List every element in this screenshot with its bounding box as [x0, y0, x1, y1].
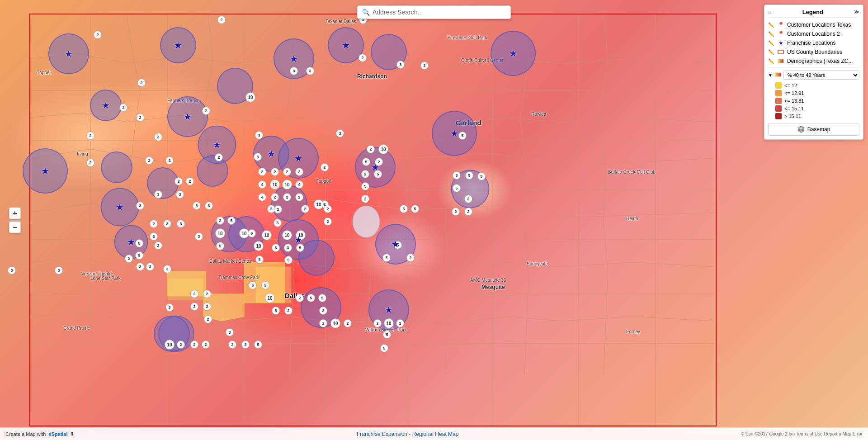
number-badge[interactable]: 2 — [344, 319, 352, 327]
number-badge[interactable]: 5 — [261, 281, 269, 289]
number-badge[interactable]: 5 — [274, 219, 282, 227]
number-badge[interactable]: 2 — [296, 294, 304, 302]
zoom-in-button[interactable]: + — [9, 207, 21, 219]
number-badge[interactable]: 3 — [163, 220, 171, 228]
number-badge[interactable]: 10 — [378, 144, 388, 154]
number-badge[interactable]: 5 — [362, 158, 370, 166]
number-badge[interactable]: 3 — [306, 67, 314, 75]
number-badge[interactable]: 2 — [361, 170, 369, 178]
star-franchise-marker[interactable]: ★ — [290, 53, 298, 64]
number-badge[interactable]: 10 — [282, 230, 292, 240]
number-badge[interactable]: 10 — [215, 228, 225, 238]
number-badge[interactable]: 2 — [165, 156, 174, 165]
star-franchise-marker[interactable]: ★ — [294, 153, 302, 164]
number-badge[interactable]: 3 — [226, 328, 234, 336]
number-badge[interactable]: 2 — [145, 156, 153, 165]
star-franchise-marker[interactable]: ★ — [371, 162, 379, 173]
number-badge[interactable]: 2 — [217, 16, 226, 24]
number-badge[interactable]: 2 — [190, 303, 198, 311]
number-badge[interactable]: 3 — [205, 202, 213, 210]
number-badge[interactable]: 2 — [284, 307, 292, 315]
espatial-link[interactable]: eSpatial — [48, 431, 67, 437]
number-badge[interactable]: 3 — [255, 131, 263, 139]
number-badge[interactable]: 2 — [359, 54, 367, 62]
star-franchise-marker[interactable]: ★ — [385, 304, 393, 315]
number-badge[interactable]: 2 — [186, 177, 194, 185]
number-badge[interactable]: 2 — [203, 290, 211, 298]
number-badge[interactable]: 2 — [321, 163, 329, 171]
number-badge[interactable]: 2 — [94, 31, 102, 39]
number-badge[interactable]: 10 — [330, 318, 340, 328]
number-badge[interactable]: 5 — [135, 251, 143, 260]
number-badge[interactable]: 5 — [380, 344, 388, 352]
number-badge[interactable]: 2 — [319, 319, 327, 327]
number-badge[interactable]: 2 — [283, 193, 291, 201]
number-badge[interactable]: 3 — [136, 202, 144, 210]
star-franchise-marker[interactable]: ★ — [65, 48, 73, 59]
number-badge[interactable]: 5 — [453, 184, 461, 192]
number-badge[interactable]: 10 — [270, 180, 280, 189]
number-badge[interactable]: 3 — [154, 133, 162, 141]
number-badge[interactable]: 2 — [324, 205, 332, 213]
cluster-circle[interactable] — [197, 155, 228, 187]
number-badge[interactable]: 2 — [150, 220, 158, 228]
number-badge[interactable]: 2 — [324, 218, 332, 226]
number-badge[interactable]: 5 — [382, 254, 391, 262]
star-franchise-marker[interactable]: ★ — [294, 234, 302, 245]
number-badge[interactable]: 5 — [307, 294, 315, 302]
star-franchise-marker[interactable]: ★ — [342, 40, 350, 51]
number-badge[interactable]: 3 — [195, 232, 203, 241]
number-badge[interactable]: 2 — [204, 315, 212, 323]
number-badge[interactable]: 2 — [271, 193, 279, 201]
number-badge[interactable]: 3 — [241, 341, 250, 349]
number-badge[interactable]: 5 — [477, 172, 486, 180]
edit-icon-2[interactable]: ✏️ — [768, 31, 774, 37]
number-badge[interactable]: 3 — [154, 190, 162, 199]
number-badge[interactable]: 5 — [284, 256, 292, 264]
number-badge[interactable]: 2 — [274, 205, 282, 213]
number-badge[interactable]: 2 — [190, 290, 198, 298]
star-franchise-marker[interactable]: ★ — [213, 139, 221, 150]
number-badge[interactable]: 2 — [228, 341, 236, 349]
number-badge[interactable]: 3 — [290, 67, 298, 75]
number-badge[interactable]: 2 — [202, 341, 210, 349]
number-badge[interactable]: 3 — [396, 61, 405, 69]
number-badge[interactable]: 2 — [367, 145, 375, 153]
number-badge[interactable]: 3 — [176, 190, 184, 199]
number-badge[interactable]: 3 — [55, 266, 63, 274]
number-badge[interactable]: 2 — [216, 217, 224, 225]
star-franchise-marker[interactable]: ★ — [174, 40, 182, 51]
number-badge[interactable]: 2 — [373, 319, 382, 327]
number-badge[interactable]: 2 — [406, 254, 415, 262]
number-badge[interactable]: 5 — [249, 281, 257, 289]
number-badge[interactable]: 5 — [453, 171, 461, 180]
number-badge[interactable]: 2 — [137, 79, 146, 87]
number-badge[interactable]: 3 — [193, 202, 201, 210]
star-franchise-marker[interactable]: ★ — [509, 48, 517, 59]
number-badge[interactable]: 10 — [384, 318, 394, 328]
number-badge[interactable]: 5 — [400, 205, 408, 213]
basemap-button[interactable]: Basemap — [768, 123, 859, 136]
demographic-dropdown[interactable]: % 40 to 49 Years % Under 18 % 18 to 29 Y… — [783, 71, 859, 80]
number-badge[interactable]: 3 — [165, 303, 174, 312]
number-badge[interactable]: 4 — [295, 180, 303, 189]
cluster-circle[interactable] — [271, 185, 307, 222]
number-badge[interactable]: 2 — [202, 107, 210, 115]
number-badge[interactable]: 2 — [464, 195, 472, 203]
number-badge[interactable]: 2 — [420, 62, 429, 70]
number-badge[interactable]: 3 — [146, 263, 154, 271]
number-badge[interactable]: 2 — [154, 241, 162, 250]
number-badge[interactable]: 3 — [284, 244, 292, 252]
cluster-circle[interactable] — [101, 151, 132, 183]
number-badge[interactable]: 5 — [411, 205, 419, 213]
number-badge[interactable]: 10 — [245, 92, 255, 102]
number-badge[interactable]: 2 — [396, 319, 404, 327]
number-badge[interactable]: 2 — [361, 195, 369, 203]
number-badge[interactable]: 5 — [135, 239, 143, 247]
search-input[interactable] — [373, 9, 506, 16]
collapse-icon[interactable]: ▼ — [768, 73, 773, 78]
number-badge[interactable]: 2 — [136, 114, 144, 122]
number-badge[interactable]: 2 — [177, 341, 185, 349]
number-badge[interactable]: 10 — [165, 340, 175, 350]
number-badge[interactable]: 3 — [177, 220, 185, 228]
